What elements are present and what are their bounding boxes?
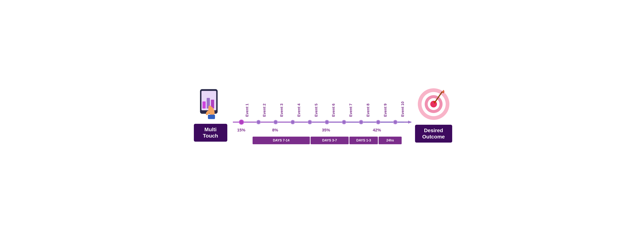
event-7-label: Event 7 [349, 104, 353, 117]
event-2-label: Event 2 [262, 104, 266, 117]
tablet-illustration [196, 87, 226, 121]
event-9-label: Event 9 [383, 104, 388, 117]
timeline-dots-container [233, 118, 411, 126]
desired-outcome-label: Desired Outcome [415, 125, 452, 142]
timeline-arrow [404, 118, 411, 126]
timeline-row [233, 118, 411, 126]
event-4-wrap: Event 4 [290, 104, 308, 118]
band-24hs: 24hs [378, 136, 402, 144]
event-5-label: Event 5 [314, 104, 318, 117]
svg-marker-11 [408, 120, 411, 124]
bands-row: DAYS 7-14 DAYS 3-7 DAYS 1-3 24hs [233, 136, 411, 144]
event-1-label: Event 1 [245, 104, 249, 117]
dot-6 [325, 120, 329, 124]
middle-section: Event 1 Event 2 Event 3 Event 4 Event 5 … [229, 85, 415, 144]
dot-3 [274, 120, 278, 124]
event-3-wrap: Event 3 [273, 104, 290, 118]
event-8-label: Event 8 [366, 104, 370, 117]
band-days-1-3: DAYS 1-3 [350, 136, 378, 144]
band-days-3-7: DAYS 3-7 [310, 136, 349, 144]
dot-10 [393, 120, 398, 124]
event-5-wrap: Event 5 [308, 104, 325, 118]
right-section: Desired Outcome [415, 86, 452, 142]
band-days-7-14: DAYS 7-14 [252, 136, 310, 144]
event-1-wrap: Event 1 [238, 104, 256, 118]
dot-2 [256, 120, 261, 124]
event-10-wrap: Event 10 [394, 102, 411, 118]
dot-4 [290, 120, 295, 124]
event-7-wrap: Event 7 [342, 104, 360, 118]
event-6-wrap: Event 6 [325, 104, 342, 118]
multi-touch-label: Multi Touch [194, 124, 227, 142]
percentages-row: 15% 8% 35% 42% [233, 126, 411, 135]
dot-1 [239, 120, 244, 125]
event-2-wrap: Event 2 [256, 104, 273, 118]
event-10-label: Event 10 [400, 102, 405, 117]
dot-8 [359, 120, 363, 124]
dot-5 [308, 120, 312, 124]
pct-8: 8% [272, 128, 278, 132]
dot-9 [376, 120, 380, 124]
event-4-label: Event 4 [297, 104, 301, 117]
event-6-label: Event 6 [332, 104, 336, 117]
events-row: Event 1 Event 2 Event 3 Event 4 Event 5 … [233, 85, 411, 118]
pct-35: 35% [322, 128, 330, 132]
event-3-label: Event 3 [280, 104, 284, 117]
event-9-wrap: Event 9 [377, 104, 394, 118]
left-section: Multi Touch [192, 87, 229, 142]
pct-42: 42% [373, 128, 381, 132]
svg-rect-2 [202, 102, 206, 108]
target-illustration [416, 86, 451, 122]
svg-rect-8 [208, 115, 215, 119]
pct-15: 15% [237, 128, 245, 132]
dot-7 [342, 120, 346, 124]
main-container: Multi Touch Event 1 Event 2 Event 3 Even… [192, 85, 452, 144]
event-8-wrap: Event 8 [360, 104, 377, 118]
